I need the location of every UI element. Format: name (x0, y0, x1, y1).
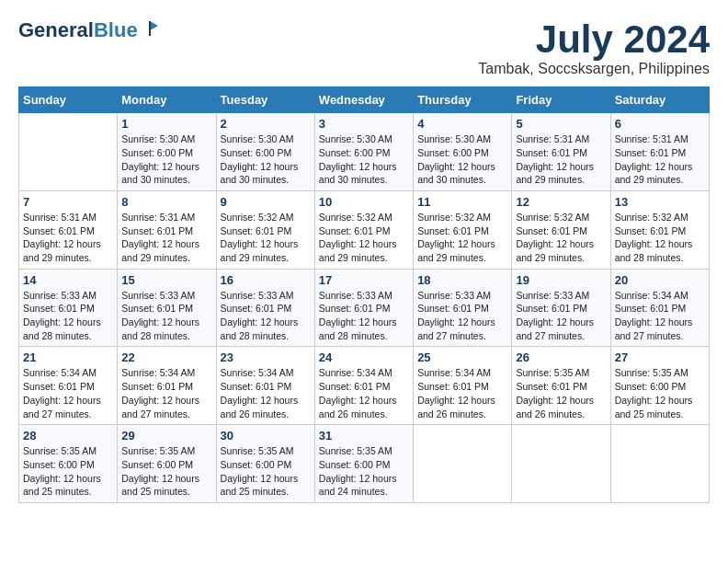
cell-info: Sunrise: 5:33 AM Sunset: 6:01 PM Dayligh… (319, 289, 409, 343)
cell-info: Sunrise: 5:33 AM Sunset: 6:01 PM Dayligh… (417, 289, 507, 343)
cell-info: Sunrise: 5:34 AM Sunset: 6:01 PM Dayligh… (319, 366, 409, 420)
logo-general: GeneralBlue (18, 18, 138, 42)
cell-info: Sunrise: 5:35 AM Sunset: 6:00 PM Dayligh… (23, 444, 113, 499)
cell-info: Sunrise: 5:34 AM Sunset: 6:01 PM Dayligh… (615, 289, 705, 343)
calendar-cell: 18Sunrise: 5:33 AM Sunset: 6:01 PM Dayli… (414, 269, 512, 347)
day-number: 11 (417, 195, 507, 209)
cell-info: Sunrise: 5:30 AM Sunset: 6:00 PM Dayligh… (417, 132, 507, 187)
cell-info: Sunrise: 5:30 AM Sunset: 6:00 PM Dayligh… (319, 132, 409, 187)
calendar-cell: 8Sunrise: 5:31 AM Sunset: 6:01 PM Daylig… (118, 190, 216, 269)
cell-info: Sunrise: 5:31 AM Sunset: 6:01 PM Dayligh… (121, 211, 211, 265)
header-day-thursday: Thursday (414, 87, 512, 113)
day-number: 23 (221, 350, 311, 364)
header-day-tuesday: Tuesday (216, 87, 314, 113)
cell-info: Sunrise: 5:35 AM Sunset: 6:01 PM Dayligh… (516, 366, 606, 420)
calendar-cell: 11Sunrise: 5:32 AM Sunset: 6:01 PM Dayli… (414, 190, 512, 269)
day-number: 3 (319, 117, 409, 131)
calendar-cell: 20Sunrise: 5:34 AM Sunset: 6:01 PM Dayli… (610, 269, 709, 347)
calendar-cell: 23Sunrise: 5:34 AM Sunset: 6:01 PM Dayli… (216, 347, 314, 425)
week-row-5: 28Sunrise: 5:35 AM Sunset: 6:00 PM Dayli… (19, 425, 710, 503)
svg-marker-0 (150, 21, 158, 30)
calendar-cell: 26Sunrise: 5:35 AM Sunset: 6:01 PM Dayli… (512, 347, 610, 425)
cell-info: Sunrise: 5:32 AM Sunset: 6:01 PM Dayligh… (319, 211, 409, 265)
day-number: 19 (516, 273, 606, 287)
day-number: 10 (319, 195, 409, 209)
svg-rect-1 (149, 21, 151, 36)
day-number: 5 (516, 117, 606, 131)
week-row-3: 14Sunrise: 5:33 AM Sunset: 6:01 PM Dayli… (19, 269, 710, 347)
day-number: 4 (417, 117, 507, 131)
cell-info: Sunrise: 5:30 AM Sunset: 6:00 PM Dayligh… (221, 132, 311, 187)
calendar-cell: 15Sunrise: 5:33 AM Sunset: 6:01 PM Dayli… (118, 269, 216, 347)
header-day-wednesday: Wednesday (314, 87, 413, 113)
calendar-cell: 5Sunrise: 5:31 AM Sunset: 6:01 PM Daylig… (512, 113, 610, 191)
day-number: 30 (221, 429, 311, 442)
day-number: 16 (221, 273, 311, 287)
cell-info: Sunrise: 5:34 AM Sunset: 6:01 PM Dayligh… (23, 366, 113, 420)
cell-info: Sunrise: 5:33 AM Sunset: 6:01 PM Dayligh… (516, 289, 606, 343)
calendar-cell: 31Sunrise: 5:35 AM Sunset: 6:00 PM Dayli… (314, 425, 413, 503)
calendar-body: 1Sunrise: 5:30 AM Sunset: 6:00 PM Daylig… (19, 113, 710, 503)
cell-info: Sunrise: 5:32 AM Sunset: 6:01 PM Dayligh… (615, 211, 705, 265)
day-number: 21 (23, 350, 113, 364)
day-number: 25 (417, 350, 507, 364)
cell-info: Sunrise: 5:31 AM Sunset: 6:01 PM Dayligh… (516, 132, 606, 187)
day-number: 22 (121, 350, 211, 364)
day-number: 20 (615, 273, 705, 287)
cell-info: Sunrise: 5:32 AM Sunset: 6:01 PM Dayligh… (516, 211, 606, 265)
calendar-cell: 9Sunrise: 5:32 AM Sunset: 6:01 PM Daylig… (216, 190, 314, 269)
week-row-2: 7Sunrise: 5:31 AM Sunset: 6:01 PM Daylig… (19, 190, 710, 269)
cell-info: Sunrise: 5:34 AM Sunset: 6:01 PM Dayligh… (417, 366, 507, 420)
calendar-cell: 14Sunrise: 5:33 AM Sunset: 6:01 PM Dayli… (19, 269, 118, 347)
day-number: 15 (121, 273, 211, 287)
calendar-cell: 24Sunrise: 5:34 AM Sunset: 6:01 PM Dayli… (314, 347, 413, 425)
calendar-cell (19, 113, 118, 191)
cell-info: Sunrise: 5:33 AM Sunset: 6:01 PM Dayligh… (23, 289, 113, 343)
title-block: July 2024 Tambak, Soccsksargen, Philippi… (478, 18, 710, 77)
page-header: GeneralBlue July 2024 Tambak, Soccsksarg… (18, 18, 710, 77)
day-number: 14 (23, 273, 113, 287)
cell-info: Sunrise: 5:31 AM Sunset: 6:01 PM Dayligh… (615, 132, 705, 187)
calendar-table: SundayMondayTuesdayWednesdayThursdayFrid… (18, 86, 710, 503)
header-day-saturday: Saturday (610, 87, 709, 113)
calendar-cell (610, 425, 709, 503)
calendar-cell: 16Sunrise: 5:33 AM Sunset: 6:01 PM Dayli… (216, 269, 314, 347)
calendar-header: SundayMondayTuesdayWednesdayThursdayFrid… (19, 87, 710, 113)
calendar-cell: 2Sunrise: 5:30 AM Sunset: 6:00 PM Daylig… (216, 113, 314, 191)
day-number: 7 (23, 195, 113, 209)
cell-info: Sunrise: 5:33 AM Sunset: 6:01 PM Dayligh… (121, 289, 211, 343)
calendar-cell: 17Sunrise: 5:33 AM Sunset: 6:01 PM Dayli… (314, 269, 413, 347)
cell-info: Sunrise: 5:34 AM Sunset: 6:01 PM Dayligh… (221, 366, 311, 420)
location: Tambak, Soccsksargen, Philippines (478, 61, 710, 77)
cell-info: Sunrise: 5:33 AM Sunset: 6:01 PM Dayligh… (221, 289, 311, 343)
cell-info: Sunrise: 5:32 AM Sunset: 6:01 PM Dayligh… (417, 211, 507, 265)
calendar-cell: 12Sunrise: 5:32 AM Sunset: 6:01 PM Dayli… (512, 190, 610, 269)
calendar-cell: 4Sunrise: 5:30 AM Sunset: 6:00 PM Daylig… (414, 113, 512, 191)
header-day-friday: Friday (512, 87, 610, 113)
cell-info: Sunrise: 5:30 AM Sunset: 6:00 PM Dayligh… (121, 132, 211, 187)
day-number: 8 (121, 195, 211, 209)
calendar-cell (512, 425, 610, 503)
day-number: 18 (417, 273, 507, 287)
calendar-cell: 10Sunrise: 5:32 AM Sunset: 6:01 PM Dayli… (314, 190, 413, 269)
day-number: 26 (516, 350, 606, 364)
calendar-cell: 28Sunrise: 5:35 AM Sunset: 6:00 PM Dayli… (19, 425, 118, 503)
logo: GeneralBlue (18, 18, 160, 42)
day-number: 2 (221, 117, 311, 131)
cell-info: Sunrise: 5:34 AM Sunset: 6:01 PM Dayligh… (121, 366, 211, 420)
logo-icon (140, 18, 160, 39)
day-number: 1 (121, 117, 211, 131)
calendar-cell: 13Sunrise: 5:32 AM Sunset: 6:01 PM Dayli… (610, 190, 709, 269)
calendar-cell: 29Sunrise: 5:35 AM Sunset: 6:00 PM Dayli… (118, 425, 216, 503)
day-number: 24 (319, 350, 409, 364)
cell-info: Sunrise: 5:35 AM Sunset: 6:00 PM Dayligh… (121, 444, 211, 499)
cell-info: Sunrise: 5:31 AM Sunset: 6:01 PM Dayligh… (23, 211, 113, 265)
calendar-cell: 27Sunrise: 5:35 AM Sunset: 6:00 PM Dayli… (610, 347, 709, 425)
cell-info: Sunrise: 5:35 AM Sunset: 6:00 PM Dayligh… (319, 444, 409, 499)
day-number: 17 (319, 273, 409, 287)
cell-info: Sunrise: 5:35 AM Sunset: 6:00 PM Dayligh… (615, 366, 705, 420)
month-title: July 2024 (478, 18, 710, 61)
day-number: 12 (516, 195, 606, 209)
calendar-cell: 3Sunrise: 5:30 AM Sunset: 6:00 PM Daylig… (314, 113, 413, 191)
day-number: 6 (615, 117, 705, 131)
